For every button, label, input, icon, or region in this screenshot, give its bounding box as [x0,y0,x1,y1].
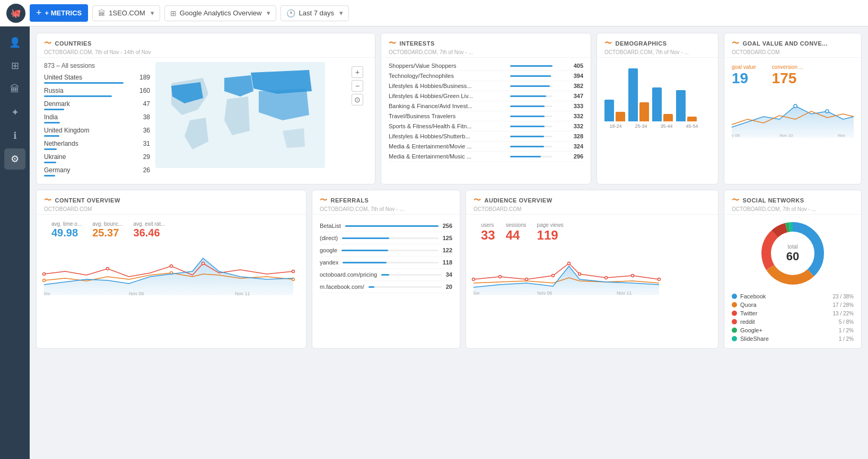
audience-metric-value: 119 [537,228,564,243]
map-zoom-in[interactable]: + [352,66,363,78]
country-bar [44,82,124,84]
interest-bar [510,65,553,67]
ref-bar [345,225,439,227]
audience-chart: lov Nov 06 Nov 11 [474,245,659,295]
demo-label: 45-54 [681,123,703,129]
country-name: Russia [44,87,64,94]
interests-header: 〜 INTERESTS OCTOBOARD.COM, 7th of Nov - … [381,33,591,58]
sidebar-item-star[interactable]: ✦ [4,102,25,123]
country-bar [44,175,55,176]
goal-body: goal value 19 conversion ... 175 [724,58,861,145]
topbar: 🐙 + + METRICS 🏛 1SEO.COM ▾ ⊞ Google Anal… [0,0,868,27]
svg-point-10 [292,270,295,273]
domain-dropdown[interactable]: 🏛 1SEO.COM ▾ [92,5,160,21]
demo-group [604,100,625,121]
legend-name: Facebook [732,293,833,299]
ref-name: BetaList [320,223,341,229]
referrals-card: 〜 REFERRALS OCTOBOARD.COM, 7th of Nov - … [312,190,460,349]
demo-label: 18-24 [604,123,627,129]
svg-text:Nov: Nov [838,133,845,138]
svg-point-7 [107,268,109,270]
interest-bar-wrap [510,65,553,67]
country-name: Ukraine [44,153,66,161]
demo-group [628,68,649,121]
svg-point-8 [170,265,173,268]
referral-item: m.facebook.com/ 20 [320,281,452,293]
interest-bar-wrap [510,136,553,137]
interest-value: 347 [567,93,583,99]
sidebar-item-building[interactable]: 🏛 [4,78,25,100]
demo-bar-blue [676,90,686,121]
interest-item: Travel/Business Travelers 332 [389,111,583,121]
sidebar: 👤 ⊞ 🏛 ✦ ℹ ⚙ [0,27,30,459]
ref-bar [343,262,387,263]
interest-item: Media & Entertainment/Music ... 296 [389,152,583,162]
legend-name: Quora [732,302,833,308]
country-item: Denmark 47 [44,100,150,110]
svg-point-6 [43,273,46,276]
bottom-row: 〜 CONTENT OVERVIEW OCTOBOARD.COM avg. ti… [36,190,862,349]
trend-icon: 〜 [604,39,612,48]
ref-bar-wrap [341,250,439,251]
chevron-down-icon: ▾ [339,9,343,17]
legend-label: Quora [740,302,757,308]
social-body: total 60 Facebook 23 / 38% Quora 17 / 28… [724,215,861,348]
svg-text:lov: lov [474,290,480,296]
sidebar-item-user[interactable]: 👤 [4,32,25,53]
add-metrics-button[interactable]: + + METRICS [30,4,88,22]
country-bar [44,109,64,110]
country-item: India 38 [44,113,150,123]
goal-subtitle: OCTOBOARD.COM [732,49,854,55]
ref-bar-wrap [369,286,442,288]
demo-bar-blue [652,87,662,121]
plus-icon: + [36,7,42,19]
demo-group [676,90,697,121]
legend-label: SlideShare [740,336,769,342]
interest-value: 332 [567,113,583,119]
audience-metric-value: 44 [506,228,527,243]
country-item: United Kingdom 36 [44,127,150,137]
svg-text:v 06: v 06 [732,133,740,138]
legend-label: reddit [740,319,755,325]
content-metric-label: avg. time o... [51,221,82,227]
legend-name: SlideShare [732,336,839,342]
svg-point-25 [658,278,661,281]
logo: 🐙 [6,4,25,23]
content-metric-label: avg. bounc... [92,221,122,227]
content-chart: lov Nov 06 Nov 11 [44,242,293,295]
interest-item: Technology/Technophiles 394 [389,71,583,81]
interest-bar [510,156,541,157]
ref-bar-wrap [343,262,438,263]
interest-name: Lifestyles & Hobbies/Shutterb... [389,133,495,139]
sidebar-item-settings[interactable]: ⚙ [4,148,25,170]
svg-point-21 [568,262,571,265]
interest-value: 296 [567,153,583,160]
country-item: Germany 26 [44,166,150,176]
date-range-dropdown[interactable]: 🕐 Last 7 days ▾ [280,5,349,21]
sidebar-item-dashboard[interactable]: ⊞ [4,55,25,76]
demo-bar-orange [639,102,649,121]
ref-bar [381,274,389,276]
ref-name: google [320,247,337,253]
ref-bar-wrap [342,237,438,239]
grid-icon: ⊞ [170,9,177,17]
content-body: avg. time o... 49.98 avg. bounc... 25.37… [37,215,306,302]
content-header: 〜 CONTENT OVERVIEW OCTOBOARD.COM [37,190,306,215]
interests-title: 〜 INTERESTS [389,39,583,48]
sidebar-item-info[interactable]: ℹ [4,125,25,146]
content-metrics: avg. time o... 49.98 avg. bounc... 25.37… [44,220,299,240]
countries-total: 873 – All sessions [44,62,150,69]
map-zoom-out[interactable]: − [352,80,363,92]
interest-bar-wrap [510,156,553,157]
analytics-dropdown[interactable]: ⊞ Google Analytics Overview ▾ [164,5,277,21]
world-map [155,62,325,168]
interests-subtitle: OCTOBOARD.COM, 7th of Nov - ... [389,49,583,55]
donut-center: total 60 [786,244,799,263]
social-legend-item: SlideShare 1 / 2% [732,336,854,342]
demographics-card: 〜 DEMOGRAPHICS OCTOBOARD.COM, 7th of Nov… [597,33,718,184]
legend-values: 13 / 22% [833,311,854,316]
interest-bar-wrap [510,85,553,87]
svg-point-9 [202,262,205,265]
country-item: Russia 160 [44,87,150,97]
map-reset[interactable]: ⊙ [352,94,363,105]
